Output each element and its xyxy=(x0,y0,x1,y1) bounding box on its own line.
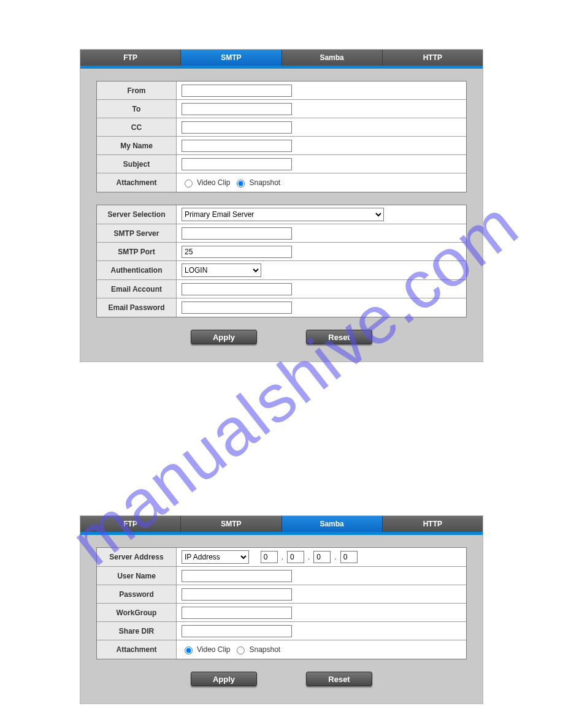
to-input[interactable] xyxy=(182,103,292,115)
samba-group: Server Address IP Address . . . User Nam… xyxy=(96,547,467,659)
label-subject: Subject xyxy=(97,155,177,173)
radio-snapshot[interactable]: Snapshot xyxy=(234,645,280,654)
accent-bar xyxy=(80,66,483,69)
label-share-dir: Share DIR xyxy=(97,622,177,640)
label-user-name: User Name xyxy=(97,567,177,585)
ip-octet-1[interactable] xyxy=(261,551,278,563)
label-server-selection: Server Selection xyxy=(97,205,177,224)
reset-button[interactable]: Reset xyxy=(306,330,372,344)
tab-ftp[interactable]: FTP xyxy=(80,516,181,532)
tab-smtp[interactable]: SMTP xyxy=(181,50,282,66)
label-server-address: Server Address xyxy=(97,548,177,566)
radio-snapshot-label: Snapshot xyxy=(249,178,280,187)
accent-bar xyxy=(80,532,483,535)
smtp-port-input[interactable] xyxy=(182,246,292,258)
smtp-server-input[interactable] xyxy=(182,227,292,240)
label-email-account: Email Account xyxy=(97,280,177,298)
label-cc: CC xyxy=(97,118,177,136)
radio-video-clip[interactable]: Video Clip xyxy=(182,645,230,654)
radio-snapshot-input[interactable] xyxy=(237,180,245,188)
label-authentication: Authentication xyxy=(97,261,177,279)
share-dir-input[interactable] xyxy=(182,625,292,637)
authentication-select[interactable]: LOGIN xyxy=(182,264,261,277)
from-input[interactable] xyxy=(182,85,292,97)
ip-dot: . xyxy=(334,553,336,561)
smtp-panel: FTP SMTP Samba HTTP From To CC My Name S… xyxy=(80,49,483,362)
tab-samba[interactable]: Samba xyxy=(282,516,383,532)
workgroup-input[interactable] xyxy=(182,607,292,619)
radio-video-clip-input[interactable] xyxy=(185,180,193,188)
label-to: To xyxy=(97,100,177,118)
radio-video-clip[interactable]: Video Clip xyxy=(182,178,230,188)
myname-input[interactable] xyxy=(182,140,292,152)
button-row: Apply Reset xyxy=(80,330,483,344)
tab-bar: FTP SMTP Samba HTTP xyxy=(80,516,483,532)
tab-http[interactable]: HTTP xyxy=(383,516,483,532)
label-email-password: Email Password xyxy=(97,298,177,317)
radio-snapshot-input[interactable] xyxy=(237,646,245,654)
radio-video-clip-label: Video Clip xyxy=(197,645,230,654)
label-myname: My Name xyxy=(97,137,177,154)
label-attachment: Attachment xyxy=(97,640,177,659)
email-password-input[interactable] xyxy=(182,301,292,314)
ip-dot: . xyxy=(282,553,283,561)
subject-input[interactable] xyxy=(182,158,292,170)
server-selection-select[interactable]: Primary Email Server xyxy=(182,208,384,221)
radio-video-clip-input[interactable] xyxy=(185,646,193,654)
ip-octet-4[interactable] xyxy=(340,551,358,563)
tab-http[interactable]: HTTP xyxy=(383,50,483,66)
radio-video-clip-label: Video Clip xyxy=(197,178,230,187)
ip-octet-3[interactable] xyxy=(313,551,331,563)
tab-samba[interactable]: Samba xyxy=(282,50,383,66)
reset-button[interactable]: Reset xyxy=(306,672,372,686)
tab-bar: FTP SMTP Samba HTTP xyxy=(80,50,483,66)
tab-smtp[interactable]: SMTP xyxy=(181,516,282,532)
address-type-select[interactable]: IP Address xyxy=(182,550,249,564)
cc-input[interactable] xyxy=(182,121,292,134)
email-account-input[interactable] xyxy=(182,283,292,295)
label-smtp-server: SMTP Server xyxy=(97,224,177,242)
samba-username-input[interactable] xyxy=(182,570,292,582)
ip-octet-2[interactable] xyxy=(287,551,304,563)
apply-button[interactable]: Apply xyxy=(191,330,257,344)
label-smtp-port: SMTP Port xyxy=(97,243,177,260)
samba-password-input[interactable] xyxy=(182,588,292,601)
smtp-group-1: From To CC My Name Subject Attachment Vi… xyxy=(96,81,467,192)
ip-dot: . xyxy=(308,553,310,561)
button-row: Apply Reset xyxy=(80,672,483,686)
apply-button[interactable]: Apply xyxy=(191,672,257,686)
samba-panel: FTP SMTP Samba HTTP Server Address IP Ad… xyxy=(80,515,483,704)
label-from: From xyxy=(97,82,177,99)
radio-snapshot-label: Snapshot xyxy=(249,645,280,654)
label-password: Password xyxy=(97,585,177,603)
tab-ftp[interactable]: FTP xyxy=(80,50,181,66)
smtp-group-2: Server Selection Primary Email Server SM… xyxy=(96,205,467,317)
radio-snapshot[interactable]: Snapshot xyxy=(234,178,280,188)
label-workgroup: WorkGroup xyxy=(97,604,177,621)
label-attachment: Attachment xyxy=(97,173,177,192)
